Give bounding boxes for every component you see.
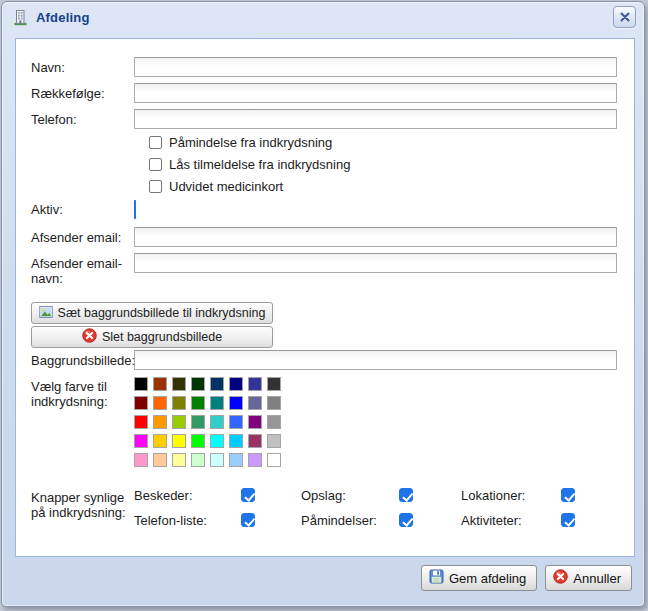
color-swatch[interactable] [153, 377, 167, 391]
color-swatch[interactable] [172, 434, 186, 448]
field-label: Baggrundsbillede: [31, 350, 134, 370]
color-swatch[interactable] [210, 453, 224, 467]
color-swatch[interactable] [134, 377, 148, 391]
color-swatch[interactable] [210, 434, 224, 448]
field-label: Afsender email: [31, 227, 134, 247]
color-swatch[interactable] [191, 453, 205, 467]
checkbox-label: Udvidet medicinkort [169, 179, 283, 194]
paamindelse-checkbox[interactable] [149, 136, 162, 149]
color-swatch[interactable] [248, 453, 262, 467]
field-label: Aktiv: [31, 201, 134, 217]
color-swatch[interactable] [248, 415, 262, 429]
udvidet-medicinkort-checkbox[interactable] [149, 180, 162, 193]
titlebar: Afdeling [2, 2, 644, 32]
knapper-label: Knapper synlige på indkrydsning: [31, 487, 134, 528]
color-swatch[interactable] [134, 434, 148, 448]
color-picker-label: Vælg farve til indkrydsning: [31, 376, 134, 467]
knapper-item-label: Beskeder: [134, 488, 241, 503]
dialog-footer: Gem afdeling Annuller [2, 556, 644, 606]
color-swatch[interactable] [153, 415, 167, 429]
checkbox-row: Lås tilmeldelse fra indkrydsning [149, 157, 617, 172]
background-image-buttons: Sæt baggrundsbillede til indkrydsning Sl… [31, 302, 617, 348]
color-swatch[interactable] [210, 415, 224, 429]
color-swatch[interactable] [210, 377, 224, 391]
color-swatch[interactable] [172, 415, 186, 429]
button-label: Annuller [573, 571, 621, 586]
color-swatch[interactable] [191, 415, 205, 429]
cancel-icon [553, 569, 568, 587]
color-swatch[interactable] [267, 453, 281, 467]
color-swatch[interactable] [134, 415, 148, 429]
color-swatch[interactable] [172, 453, 186, 467]
navn-input[interactable] [134, 57, 617, 77]
knapper-item-label: Lokationer: [461, 488, 561, 503]
color-swatch[interactable] [153, 434, 167, 448]
aktiviteter-checkbox[interactable] [561, 513, 575, 527]
field-row-navn: Navn: [31, 57, 617, 77]
opslag-checkbox[interactable] [399, 488, 413, 502]
button-label: Slet baggrundsbillede [102, 330, 222, 344]
field-row-afsender-email: Afsender email: [31, 227, 617, 247]
color-swatch[interactable] [248, 434, 262, 448]
delete-icon [82, 328, 97, 346]
color-swatch[interactable] [229, 396, 243, 410]
checkbox-label: Påmindelse fra indkrydsning [169, 135, 332, 150]
field-row-raekkefoelge: Rækkefølge: [31, 83, 617, 103]
color-swatch[interactable] [248, 396, 262, 410]
color-swatch[interactable] [229, 377, 243, 391]
color-swatch[interactable] [210, 396, 224, 410]
knapper-item-label: Aktiviteter: [461, 513, 561, 528]
button-label: Gem afdeling [449, 571, 526, 586]
save-button[interactable]: Gem afdeling [421, 565, 537, 591]
checkbox-row: Udvidet medicinkort [149, 179, 617, 194]
visible-buttons-section: Knapper synlige på indkrydsning: Beskede… [31, 487, 617, 528]
color-swatch[interactable] [229, 453, 243, 467]
knapper-item-label: Opslag: [301, 488, 399, 503]
baggrundsbillede-input[interactable] [134, 350, 617, 370]
color-swatch[interactable] [248, 377, 262, 391]
laas-tilmeldelse-checkbox[interactable] [149, 158, 162, 171]
checkbox-label: Lås tilmeldelse fra indkrydsning [169, 157, 350, 172]
color-swatch[interactable] [172, 377, 186, 391]
field-row-baggrundsbillede: Baggrundsbillede: [31, 350, 617, 370]
color-swatch[interactable] [229, 415, 243, 429]
telefon-input[interactable] [134, 109, 617, 129]
options-checkbox-group: Påmindelse fra indkrydsning Lås tilmelde… [149, 135, 617, 194]
color-swatch[interactable] [229, 434, 243, 448]
color-swatch[interactable] [172, 396, 186, 410]
lokationer-checkbox[interactable] [561, 488, 575, 502]
raekkefoelge-input[interactable] [134, 83, 617, 103]
aktiv-row: Aktiv: [31, 201, 617, 219]
color-swatch[interactable] [267, 396, 281, 410]
afsender-email-input[interactable] [134, 227, 617, 247]
delete-background-image-button[interactable]: Slet baggrundsbillede [31, 326, 273, 348]
color-swatch[interactable] [191, 377, 205, 391]
color-swatch[interactable] [153, 453, 167, 467]
color-swatch[interactable] [191, 434, 205, 448]
knapper-grid: Beskeder: Opslag: Lokationer: Telefon-li… [134, 487, 577, 528]
cancel-button[interactable]: Annuller [545, 565, 632, 591]
set-background-image-button[interactable]: Sæt baggrundsbillede til indkrydsning [31, 302, 273, 324]
color-swatch[interactable] [134, 396, 148, 410]
afdeling-dialog: Afdeling Navn: Rækkefølge: Telefon: Påmi… [1, 1, 645, 607]
image-icon [39, 305, 53, 322]
paamindelser-checkbox[interactable] [399, 513, 413, 527]
building-icon [12, 9, 29, 26]
afsender-email-navn-input[interactable] [134, 253, 617, 273]
color-swatch[interactable] [191, 396, 205, 410]
close-icon[interactable] [613, 6, 636, 28]
telefon-liste-checkbox[interactable] [241, 513, 255, 527]
color-swatch[interactable] [134, 453, 148, 467]
field-label: Navn: [31, 57, 134, 77]
color-swatch[interactable] [267, 434, 281, 448]
aktiv-checkbox[interactable] [134, 200, 136, 219]
field-label: Afsender email-navn: [31, 253, 134, 286]
knapper-item-label: Påmindelser: [301, 513, 399, 528]
color-swatch[interactable] [153, 396, 167, 410]
color-swatch[interactable] [267, 377, 281, 391]
save-icon [429, 569, 444, 587]
field-label: Rækkefølge: [31, 83, 134, 103]
color-swatch[interactable] [267, 415, 281, 429]
dialog-title: Afdeling [36, 10, 90, 25]
beskeder-checkbox[interactable] [241, 488, 255, 502]
